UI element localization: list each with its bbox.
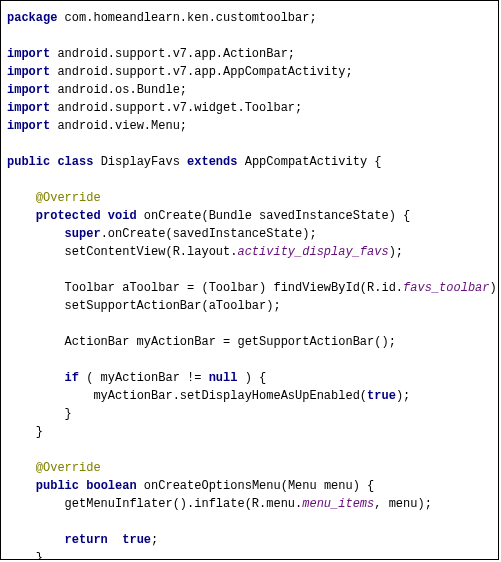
- close-brace: }: [36, 425, 43, 439]
- code-block: package com.homeandlearn.ken.customtoolb…: [0, 0, 499, 560]
- setdisplay-post: );: [396, 389, 410, 403]
- keyword-protected: protected: [36, 209, 101, 223]
- oncreateoptions-sig: onCreateOptionsMenu(Menu menu) {: [137, 479, 375, 493]
- setcontentview-post: );: [389, 245, 403, 259]
- keyword-true: true: [367, 389, 396, 403]
- keyword-boolean: boolean: [86, 479, 136, 493]
- menu-ref: menu_items: [302, 497, 374, 511]
- return-space: [108, 533, 122, 547]
- keyword-class: class: [57, 155, 93, 169]
- close-brace: }: [36, 551, 43, 560]
- if-cond-post: ) {: [237, 371, 266, 385]
- import-line-4: android.view.Menu;: [50, 119, 187, 133]
- toolbar-line-post: );: [490, 281, 500, 295]
- keyword-extends: extends: [187, 155, 237, 169]
- extends-name: AppCompatActivity {: [237, 155, 381, 169]
- keyword-import: import: [7, 119, 50, 133]
- import-line-0: android.support.v7.app.ActionBar;: [50, 47, 295, 61]
- import-line-2: android.os.Bundle;: [50, 83, 187, 97]
- annotation-override: @Override: [36, 461, 101, 475]
- inflate-pre: getMenuInflater().inflate(R.menu.: [65, 497, 303, 511]
- keyword-if: if: [65, 371, 79, 385]
- keyword-return: return: [65, 533, 108, 547]
- toolbar-line-pre: Toolbar aToolbar = (Toolbar) findViewByI…: [65, 281, 403, 295]
- keyword-package: package: [7, 11, 57, 25]
- layout-ref: activity_display_favs: [237, 245, 388, 259]
- keyword-import: import: [7, 47, 50, 61]
- setdisplay-pre: myActionBar.setDisplayHomeAsUpEnabled(: [93, 389, 367, 403]
- class-name: DisplayFavs: [93, 155, 187, 169]
- setsupportactionbar: setSupportActionBar(aToolbar);: [65, 299, 281, 313]
- import-line-1: android.support.v7.app.AppCompatActivity…: [50, 65, 352, 79]
- keyword-public: public: [7, 155, 50, 169]
- setcontentview-pre: setContentView(R.layout.: [65, 245, 238, 259]
- keyword-import: import: [7, 101, 50, 115]
- toolbar-id-ref: favs_toolbar: [403, 281, 489, 295]
- keyword-import: import: [7, 65, 50, 79]
- close-brace: }: [65, 407, 72, 421]
- inflate-post: , menu);: [374, 497, 432, 511]
- actionbar-line: ActionBar myActionBar = getSupportAction…: [65, 335, 396, 349]
- annotation-override: @Override: [36, 191, 101, 205]
- keyword-public: public: [36, 479, 79, 493]
- super-oncreate: .onCreate(savedInstanceState);: [101, 227, 317, 241]
- keyword-true: true: [122, 533, 151, 547]
- semi: ;: [151, 533, 158, 547]
- keyword-super: super: [65, 227, 101, 241]
- if-cond-pre: ( myActionBar !=: [79, 371, 209, 385]
- keyword-null: null: [209, 371, 238, 385]
- import-line-3: android.support.v7.widget.Toolbar;: [50, 101, 302, 115]
- keyword-import: import: [7, 83, 50, 97]
- package-name: com.homeandlearn.ken.customtoolbar;: [57, 11, 316, 25]
- keyword-void: void: [108, 209, 137, 223]
- oncreate-sig: onCreate(Bundle savedInstanceState) {: [137, 209, 411, 223]
